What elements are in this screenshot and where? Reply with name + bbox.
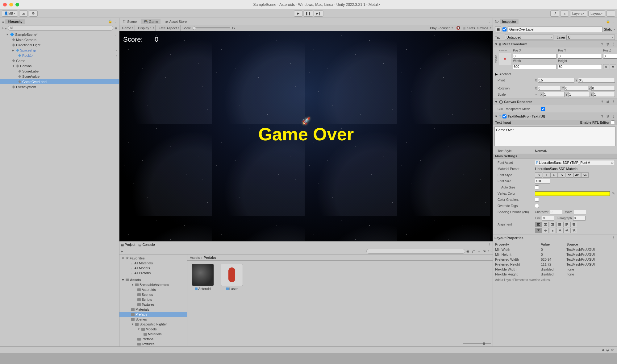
tmp-enabled-checkbox[interactable]	[502, 114, 507, 118]
layer-dropdown[interactable]: UI▾	[566, 35, 615, 40]
folder-item[interactable]: Scenes	[119, 317, 187, 322]
settings-button[interactable]: ⚙	[29, 10, 38, 17]
align-center[interactable]	[542, 222, 549, 227]
valign-midline[interactable]: A	[563, 228, 570, 233]
hierarchy-search[interactable]	[8, 26, 113, 31]
vsync-icon[interactable]: ▦	[462, 26, 465, 30]
spacing-line[interactable]	[542, 216, 554, 221]
hierarchy-item-selected[interactable]: GameOverLabel	[0, 79, 119, 84]
tag-dropdown[interactable]: Untagged▾	[505, 35, 553, 40]
align-flush[interactable]	[563, 222, 570, 227]
search-mode-icon[interactable]: ◉	[465, 249, 471, 253]
project-search[interactable]	[366, 249, 465, 254]
valign-bottom[interactable]	[549, 228, 556, 233]
inspector-tab[interactable]: Inspector	[500, 19, 519, 24]
lock-icon[interactable]: 🔒	[606, 19, 610, 23]
hierarchy-item[interactable]: Game	[0, 58, 119, 63]
preset-icon[interactable]: ⇄	[606, 114, 610, 118]
hierarchy-item[interactable]: EventSystem	[0, 84, 119, 89]
close-window[interactable]	[3, 3, 7, 6]
cull-checkbox[interactable]	[541, 107, 545, 111]
menu-icon[interactable]: ⋮	[611, 42, 615, 46]
raw-edit-toggle[interactable]: R	[610, 64, 616, 69]
search-mode-icon[interactable]: ◉	[115, 26, 118, 30]
play-focus-dropdown[interactable]: Play Focused▾	[429, 25, 454, 31]
help-icon[interactable]: ?	[600, 100, 604, 104]
menu-icon[interactable]: ⋮	[611, 114, 615, 118]
gradient-checkbox[interactable]	[535, 198, 539, 202]
asset-item[interactable]: Laser	[219, 264, 244, 291]
menu-icon[interactable]: ⋮	[611, 236, 615, 240]
maximize-window[interactable]	[15, 3, 19, 6]
undo-history-button[interactable]: ↺	[550, 10, 559, 17]
cloud-button[interactable]: ☁	[19, 10, 28, 17]
panel-menu-icon[interactable]: ⋮	[488, 19, 491, 23]
help-icon[interactable]: ?	[600, 114, 604, 118]
pivot-x[interactable]	[538, 78, 574, 83]
star-filter-icon[interactable]: ☆	[476, 249, 482, 253]
font-size-field[interactable]	[535, 179, 550, 184]
hierarchy-item[interactable]: Main Camera	[0, 37, 119, 42]
scene-tab[interactable]: ⬚Scene	[121, 19, 139, 24]
align-geo[interactable]	[570, 222, 577, 227]
folder-item[interactable]: ▼Spaceship Fighter	[119, 322, 187, 327]
scale-link-icon[interactable]: ⚭	[535, 93, 539, 97]
italic-button[interactable]: I	[543, 172, 550, 178]
gizmos-toggle[interactable]: Gizmos	[477, 26, 488, 30]
align-right[interactable]	[549, 222, 556, 227]
text-style-dropdown[interactable]: Normal▾	[535, 149, 615, 153]
color-picker-icon[interactable]: ✎	[612, 192, 615, 196]
console-tab[interactable]: ▤ Console	[138, 243, 155, 247]
favorite-item[interactable]: ⌕All Prefabs	[119, 271, 187, 275]
game-mode-dropdown[interactable]: Game▾	[121, 25, 135, 31]
bold-button[interactable]: B	[535, 172, 542, 178]
rtl-checkbox[interactable]	[611, 120, 615, 124]
vertex-color-field[interactable]	[535, 191, 610, 196]
folder-item-selected[interactable]: Prefabs	[119, 312, 187, 317]
pause-button[interactable]: ❚❚	[303, 10, 313, 17]
scale-y[interactable]	[568, 92, 590, 97]
aspect-dropdown[interactable]: Free Aspect▾	[157, 25, 181, 31]
hierarchy-item[interactable]: ScoreLabel	[0, 68, 119, 74]
crumb[interactable]: Prefabs	[204, 256, 216, 259]
help-icon[interactable]: ?	[600, 42, 604, 46]
assets-header[interactable]: Assets	[130, 278, 141, 282]
account-button[interactable]: 👤 MB ▼	[2, 10, 18, 17]
game-tab[interactable]: 🎮Game	[141, 19, 161, 24]
align-left[interactable]	[535, 222, 542, 227]
hierarchy-item[interactable]: ScoreValue	[0, 74, 119, 79]
crumb[interactable]: Assets	[190, 256, 200, 259]
folder-item[interactable]: Asteroids	[119, 287, 187, 292]
display-dropdown[interactable]: Display 1▾	[137, 25, 156, 31]
height-field[interactable]	[558, 64, 602, 69]
folder-item[interactable]: Scripts	[119, 297, 187, 302]
posy-field[interactable]	[558, 54, 602, 59]
search-button[interactable]: ⌕	[560, 10, 569, 17]
lock-icon[interactable]: 🔒	[108, 19, 112, 23]
lowercase-button[interactable]: ab	[566, 172, 573, 178]
active-checkbox[interactable]	[502, 27, 507, 31]
valign-middle[interactable]	[542, 228, 549, 233]
layout-dropdown[interactable]: Layout ▼	[588, 10, 605, 17]
folder-item[interactable]: Textures	[119, 341, 187, 346]
spacing-para[interactable]	[573, 216, 586, 221]
scale-z[interactable]	[593, 92, 615, 97]
project-tab[interactable]: ▦ Project	[121, 243, 135, 247]
folder-item[interactable]: Prefabs	[119, 337, 187, 341]
strike-button[interactable]: S	[558, 172, 565, 178]
folder-item[interactable]: Materials	[119, 307, 187, 312]
create-dropdown[interactable]: + ▾	[121, 249, 126, 254]
asset-item[interactable]: Asteroid	[190, 264, 215, 291]
minimize-window[interactable]	[9, 3, 13, 6]
toolbar-menu[interactable]: ⋮	[607, 10, 615, 17]
text-input-area[interactable]: Game Over	[494, 126, 615, 146]
object-name-field[interactable]	[508, 27, 602, 32]
valign-top[interactable]	[535, 228, 542, 233]
favorite-item[interactable]: ⌕All Models	[119, 266, 187, 271]
spacing-word[interactable]	[574, 210, 586, 214]
anchors-label[interactable]: Anchors	[499, 72, 538, 76]
pivot-y[interactable]	[578, 78, 615, 83]
panel-menu-icon[interactable]: ⋮	[611, 19, 615, 23]
hierarchy-item[interactable]: Rock14›	[0, 53, 119, 58]
folder-item[interactable]: Scenes	[119, 292, 187, 297]
